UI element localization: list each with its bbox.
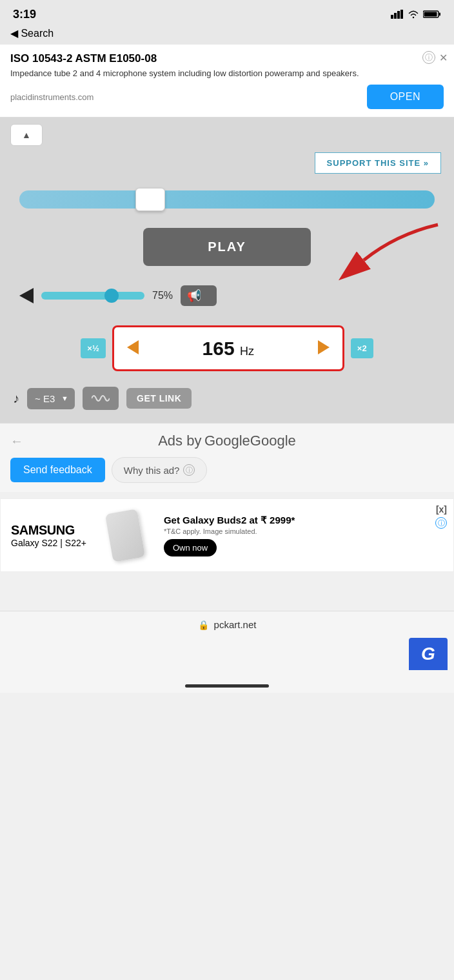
frequency-slider-thumb[interactable] bbox=[135, 188, 165, 211]
ad-bottom-row: placidinstruments.com OPEN bbox=[10, 85, 444, 109]
bottom-logo-area: G bbox=[0, 638, 454, 677]
url-text: pckart.net bbox=[214, 619, 257, 630]
ads-by-google-label: Ads by GoogleGoogle bbox=[23, 433, 431, 449]
right-arrow-icon bbox=[314, 338, 333, 357]
samsung-phone-image bbox=[93, 509, 157, 561]
svg-rect-5 bbox=[424, 12, 437, 17]
ad-description: Impedance tube 2 and 4 microphone system… bbox=[10, 68, 444, 79]
nav-back-button[interactable]: ◀ Search bbox=[10, 27, 54, 39]
music-note-icon: ♪ bbox=[13, 391, 19, 406]
bottom-area: 🔒 pckart.net G bbox=[0, 611, 454, 693]
why-this-ad-button[interactable]: Why this ad? ⓘ bbox=[112, 457, 208, 483]
samsung-brand: SAMSUNG bbox=[11, 523, 86, 538]
ads-by-text: Ads by bbox=[158, 433, 201, 449]
svg-rect-0 bbox=[391, 15, 393, 19]
frequency-unit: Hz bbox=[240, 345, 254, 358]
ads-google-header: ← Ads by GoogleGoogle bbox=[10, 433, 444, 449]
waveform-button[interactable] bbox=[83, 387, 119, 410]
frequency-box: 165 Hz bbox=[112, 325, 344, 371]
stereo-icon: 📢 bbox=[187, 289, 210, 302]
own-now-button[interactable]: Own now bbox=[164, 539, 217, 556]
volume-percent: 75% bbox=[152, 290, 173, 301]
lock-icon: 🔒 bbox=[198, 620, 209, 630]
home-indicator bbox=[0, 677, 454, 693]
volume-area: 75% 📢 bbox=[0, 279, 454, 319]
arrow-annotation bbox=[338, 221, 441, 286]
google-brand: Google bbox=[250, 433, 296, 449]
samsung-sub: *T&C apply. Image simulated. bbox=[164, 527, 443, 535]
samsung-offer: Get Galaxy Buds2 at ₹ 2999* bbox=[164, 514, 443, 527]
samsung-ad-close-button[interactable]: [x] bbox=[436, 504, 447, 515]
samsung-ad: [x] ⓘ SAMSUNG Galaxy S22 | S22+ Get Gala… bbox=[0, 498, 454, 572]
volume-thumb[interactable] bbox=[104, 289, 119, 303]
url-bar: 🔒 pckart.net bbox=[0, 611, 454, 638]
ads-google-area: ← Ads by GoogleGoogle Send feedback Why … bbox=[0, 423, 454, 492]
battery-icon bbox=[423, 10, 441, 19]
volume-slider[interactable] bbox=[41, 292, 144, 300]
ad-banner-top: ⓘ ✕ ISO 10543-2 ASTM E1050-08 Impedance … bbox=[0, 45, 454, 117]
play-button[interactable]: PLAY bbox=[143, 228, 311, 266]
nav-bar: ◀ Search bbox=[0, 26, 454, 45]
app-area: ▲ SUPPORT THIS SITE » PLAY 75% bbox=[0, 117, 454, 423]
support-row: SUPPORT THIS SITE » bbox=[0, 152, 454, 184]
frequency-increase-button[interactable] bbox=[311, 335, 336, 362]
home-bar[interactable] bbox=[185, 684, 269, 688]
ad-info-icon[interactable]: ⓘ bbox=[422, 51, 435, 64]
ads-buttons: Send feedback Why this ad? ⓘ bbox=[10, 457, 444, 483]
volume-icon bbox=[19, 288, 34, 303]
left-arrow-icon bbox=[123, 338, 143, 357]
svg-text:📢: 📢 bbox=[187, 289, 202, 302]
support-button[interactable]: SUPPORT THIS SITE » bbox=[315, 152, 441, 174]
double-multiplier-button[interactable]: ×2 bbox=[351, 338, 373, 358]
ad-open-button[interactable]: OPEN bbox=[367, 85, 444, 109]
wave-icon bbox=[92, 392, 110, 405]
frequency-display: 165 Hz bbox=[202, 338, 254, 360]
send-feedback-button[interactable]: Send feedback bbox=[10, 458, 105, 482]
status-bar: 3:19 bbox=[0, 0, 454, 26]
frequency-value: 165 bbox=[202, 338, 235, 359]
samsung-ad-right: Get Galaxy Buds2 at ₹ 2999* *T&C apply. … bbox=[164, 514, 443, 557]
svg-rect-6 bbox=[439, 13, 440, 16]
note-select[interactable]: ~ E3 bbox=[27, 388, 75, 409]
stereo-button[interactable]: 📢 bbox=[181, 285, 217, 306]
ad-title: ISO 10543-2 ASTM E1050-08 bbox=[10, 52, 444, 65]
gadget-logo: G bbox=[409, 638, 448, 670]
note-row: ♪ ~ E3 GET LINK bbox=[0, 384, 454, 423]
svg-marker-9 bbox=[127, 340, 139, 354]
why-ad-info-icon: ⓘ bbox=[183, 464, 195, 476]
samsung-ad-content: SAMSUNG Galaxy S22 | S22+ Get Galaxy Bud… bbox=[11, 509, 443, 561]
note-select-wrapper: ~ E3 bbox=[27, 388, 75, 409]
svg-marker-10 bbox=[318, 340, 330, 354]
play-area: PLAY bbox=[0, 221, 454, 279]
samsung-ad-info-icon[interactable]: ⓘ bbox=[435, 517, 447, 529]
why-ad-label: Why this ad? bbox=[124, 465, 180, 476]
phone-shape bbox=[105, 509, 145, 562]
svg-rect-1 bbox=[394, 13, 397, 19]
ad-controls: ⓘ ✕ bbox=[422, 51, 448, 64]
collapse-button[interactable]: ▲ bbox=[10, 124, 43, 146]
collapse-row: ▲ bbox=[0, 117, 454, 152]
get-link-button[interactable]: GET LINK bbox=[126, 388, 192, 409]
frequency-slider-track[interactable] bbox=[19, 190, 435, 209]
status-icons bbox=[391, 10, 441, 19]
wifi-icon bbox=[408, 10, 419, 19]
ads-back-icon[interactable]: ← bbox=[10, 434, 23, 449]
svg-rect-3 bbox=[400, 10, 403, 19]
signal-icon bbox=[391, 10, 404, 19]
svg-rect-2 bbox=[397, 11, 400, 19]
ad-close-icon[interactable]: ✕ bbox=[439, 52, 448, 64]
google-text: Google bbox=[204, 433, 250, 449]
frequency-control-area: ×½ 165 Hz ×2 bbox=[0, 319, 454, 384]
ad-domain: placidinstruments.com bbox=[10, 92, 94, 102]
frequency-decrease-button[interactable] bbox=[121, 335, 145, 362]
samsung-logo: SAMSUNG Galaxy S22 | S22+ bbox=[11, 523, 86, 548]
half-multiplier-button[interactable]: ×½ bbox=[81, 338, 105, 358]
status-time: 3:19 bbox=[13, 8, 36, 21]
samsung-model: Galaxy S22 | S22+ bbox=[11, 538, 86, 548]
frequency-slider-area bbox=[0, 184, 454, 221]
gadget-letter: G bbox=[421, 644, 435, 664]
